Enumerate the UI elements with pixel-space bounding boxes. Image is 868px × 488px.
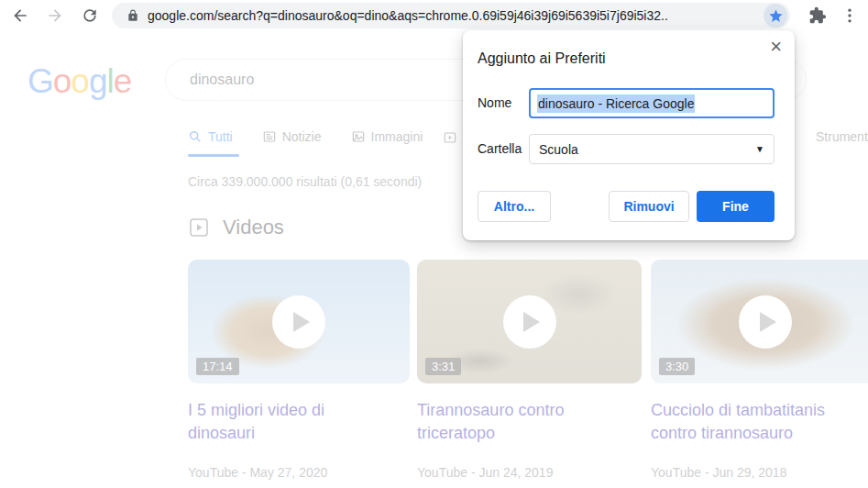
tab-immagini[interactable]: Immagini bbox=[351, 129, 423, 144]
video-thumbnail[interactable]: 17:14 bbox=[188, 260, 410, 383]
browser-window: google.com/search?q=dinosauro&oq=dino&aq… bbox=[0, 0, 868, 488]
extensions-icon[interactable] bbox=[808, 6, 828, 26]
name-label: Nome bbox=[478, 95, 511, 110]
reload-icon[interactable] bbox=[80, 6, 100, 26]
back-icon[interactable] bbox=[10, 6, 30, 26]
folder-select[interactable]: Scuola ▼ bbox=[529, 134, 775, 164]
video-thumbnail[interactable]: 3:31 bbox=[417, 260, 642, 383]
active-tab-underline bbox=[188, 154, 239, 157]
browser-toolbar: google.com/search?q=dinosauro&oq=dino&aq… bbox=[0, 0, 868, 31]
result-tabs: Tutti Notizie Immagini bbox=[188, 129, 452, 144]
video-title-link[interactable]: Cucciolo di tambatitanis contro tirannos… bbox=[651, 399, 868, 445]
address-bar[interactable]: google.com/search?q=dinosauro&oq=dino&aq… bbox=[112, 3, 790, 28]
news-icon bbox=[262, 129, 277, 144]
bookmark-star-icon[interactable] bbox=[764, 4, 787, 28]
url-text: google.com/search?q=dinosauro&oq=dino&aq… bbox=[148, 8, 790, 23]
tab-tutti[interactable]: Tutti bbox=[188, 129, 233, 144]
tab-notizie[interactable]: Notizie bbox=[262, 129, 322, 144]
bookmark-name-input[interactable]: dinosauro - Ricerca Google bbox=[529, 88, 775, 118]
play-icon bbox=[503, 295, 556, 349]
videos-section-header: Videos bbox=[188, 216, 284, 239]
video-duration: 17:14 bbox=[196, 358, 239, 375]
images-icon bbox=[351, 129, 366, 144]
close-icon[interactable]: × bbox=[770, 36, 782, 58]
bookmark-dialog: Aggiunto ai Preferiti × Nome dinosauro -… bbox=[463, 30, 795, 240]
video-duration: 3:30 bbox=[659, 358, 695, 375]
video-source: YouTube - Jun 24, 2019 bbox=[417, 465, 642, 480]
folder-selected-value: Scuola bbox=[539, 142, 755, 157]
remove-button[interactable]: Rimuovi bbox=[609, 191, 689, 222]
video-card: 3:31 Tirannosauro contro triceratopo You… bbox=[417, 260, 642, 480]
forward-icon[interactable] bbox=[45, 6, 65, 26]
video-source: YouTube - May 27, 2020 bbox=[188, 465, 410, 480]
chevron-down-icon: ▼ bbox=[755, 144, 764, 154]
search-tab-icon bbox=[188, 129, 203, 144]
video-duration: 3:31 bbox=[425, 358, 461, 375]
video-title-link[interactable]: I 5 migliori video di dinosauri bbox=[188, 399, 382, 445]
video-tab-icon[interactable] bbox=[443, 130, 457, 145]
more-button[interactable]: Altro... bbox=[478, 191, 551, 222]
folder-label: Cartella bbox=[478, 141, 522, 156]
result-stats: Circa 339.000.000 risultati (0,61 second… bbox=[188, 174, 422, 189]
videos-icon bbox=[188, 216, 210, 238]
google-logo: Google bbox=[27, 62, 131, 101]
tab-strumenti[interactable]: Strumenti bbox=[816, 129, 868, 144]
video-title-link[interactable]: Tirannosauro contro triceratopo bbox=[417, 399, 611, 445]
selected-text: dinosauro - Ricerca Google bbox=[537, 94, 695, 113]
play-icon bbox=[739, 295, 792, 349]
video-thumbnail[interactable]: 3:30 bbox=[651, 260, 868, 383]
search-query-text: dinosauro bbox=[190, 72, 254, 88]
browser-menu-icon[interactable] bbox=[840, 6, 860, 26]
videos-section-title: Videos bbox=[223, 216, 284, 239]
dialog-title: Aggiunto ai Preferiti bbox=[478, 50, 606, 67]
play-icon bbox=[272, 295, 325, 349]
video-card: 3:30 Cucciolo di tambatitanis contro tir… bbox=[651, 260, 868, 480]
done-button[interactable]: Fine bbox=[697, 191, 775, 222]
video-card: 17:14 I 5 migliori video di dinosauri Yo… bbox=[188, 260, 410, 480]
video-source: YouTube - Jun 29, 2018 bbox=[651, 465, 868, 480]
lock-icon bbox=[126, 9, 139, 22]
